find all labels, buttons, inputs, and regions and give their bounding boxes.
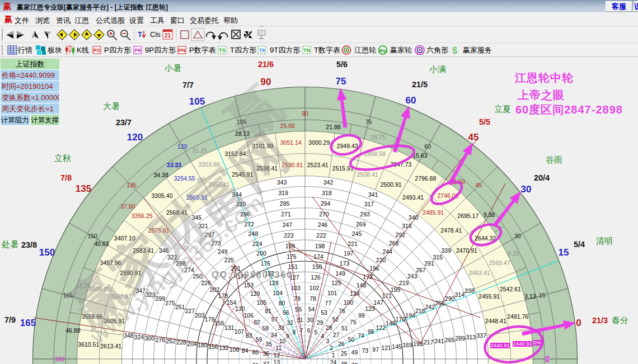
svg-text:PN: PN xyxy=(179,48,186,53)
svg-text:P9: P9 xyxy=(134,48,140,53)
svg-text:21: 21 xyxy=(165,32,171,39)
svg-text:T: T xyxy=(138,30,142,39)
svg-text:PS: PS xyxy=(93,48,100,53)
svg-text:Big: Big xyxy=(379,48,387,53)
svg-text:$: $ xyxy=(452,46,457,55)
svg-text:TS: TS xyxy=(219,48,226,53)
svg-text:Cls: Cls xyxy=(150,30,161,39)
svg-text:T9: T9 xyxy=(259,48,265,53)
svg-text:TN: TN xyxy=(303,48,310,53)
